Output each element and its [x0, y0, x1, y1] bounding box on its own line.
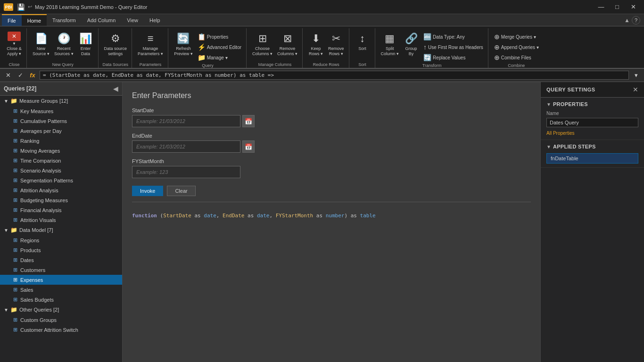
- choose-columns-label: ChooseColumns ▾: [252, 46, 272, 57]
- query-item-time-comparison[interactable]: ⊞Time Comparison: [0, 156, 122, 165]
- query-item-dates[interactable]: ⊞Dates: [0, 255, 122, 265]
- formula-bar: ✕ ✓ fx ▾: [0, 69, 644, 82]
- averages-per-day-icon: ⊞: [13, 128, 17, 134]
- combine-files-button[interactable]: ⊕ Combine Files: [492, 53, 541, 62]
- sidebar-collapse-button[interactable]: ◀: [113, 85, 118, 92]
- maximize-button[interactable]: □: [610, 2, 624, 12]
- group-measure-groups[interactable]: ▼ 📁 Measure Groups [12]: [0, 96, 122, 106]
- tab-file[interactable]: File: [2, 14, 22, 26]
- formula-reject-button[interactable]: ✕: [3, 70, 13, 81]
- remove-columns-icon: ⊠: [280, 31, 295, 46]
- tab-add-column[interactable]: Add Column: [82, 14, 122, 26]
- title-bar: PBI 💾 ↩ May 2018 Learning Summit Demo - …: [0, 0, 644, 14]
- append-queries-button[interactable]: ⊕ Append Queries ▾: [492, 42, 541, 52]
- query-item-customer-attrition-switch[interactable]: ⊞Customer Attrition Switch: [0, 325, 122, 335]
- title-close-button[interactable]: ✕: [626, 2, 640, 12]
- refresh-preview-button[interactable]: 🔄 RefreshPreview ▾: [172, 30, 195, 58]
- formula-input[interactable]: [40, 71, 629, 80]
- tab-home[interactable]: Home: [22, 14, 47, 26]
- title-bar-controls: — □ ✕: [594, 2, 640, 12]
- query-item-budgeting-measures[interactable]: ⊞Budgeting Measures: [0, 195, 122, 205]
- query-item-attrition-analysis[interactable]: ⊞Attrition Analysis: [0, 185, 122, 195]
- enter-data-button[interactable]: 📊 EnterData: [76, 30, 95, 58]
- data-model-folder-icon: 📁: [10, 227, 17, 233]
- enddate-input-row: 📅: [132, 140, 531, 153]
- remove-columns-button[interactable]: ⊠ RemoveColumns ▾: [275, 30, 299, 58]
- sort-button[interactable]: ↕ Sort: [353, 30, 372, 52]
- invoke-button[interactable]: Invoke: [132, 186, 163, 196]
- recent-sources-button[interactable]: 🕐 RecentSources ▾: [52, 30, 75, 58]
- query-item-expenses[interactable]: ⊞Expenses: [0, 275, 122, 285]
- manage-query-button[interactable]: 📁 Manage ▾: [196, 53, 243, 62]
- close-apply-button[interactable]: ✕ ▼ Close &Apply ▾: [5, 30, 24, 58]
- query-item-key-measures[interactable]: ⊞Key Measures: [0, 106, 122, 116]
- tab-transform[interactable]: Transform: [47, 14, 82, 26]
- formula-fx-button[interactable]: fx: [27, 70, 38, 81]
- query-item-financial-analysis[interactable]: ⊞Financial Analysis: [0, 205, 122, 215]
- query-settings-close-button[interactable]: ✕: [633, 86, 638, 93]
- ribbon-tabs: File Home Transform Add Column View Help…: [0, 14, 644, 26]
- enddate-calendar-button[interactable]: 📅: [242, 140, 255, 153]
- tab-view[interactable]: View: [121, 14, 144, 26]
- startdate-calendar-button[interactable]: 📅: [242, 115, 255, 127]
- applied-steps-section-header: ▼ APPLIED STEPS: [546, 144, 638, 149]
- choose-columns-icon: ⊞: [255, 31, 270, 46]
- attrition-visuals-icon: ⊞: [13, 217, 17, 223]
- manage-parameters-label: ManageParameters ▾: [138, 46, 163, 57]
- clear-button[interactable]: Clear: [167, 186, 195, 196]
- segmentation-patterns-icon: ⊞: [13, 177, 17, 183]
- properties-label: Properties: [207, 34, 229, 40]
- merge-queries-button[interactable]: ⊕ Merge Queries ▾: [492, 32, 541, 41]
- content-area: Enter Parameters StartDate 📅 EndDate 📅: [123, 82, 540, 362]
- applied-steps-arrow: ▼: [546, 144, 551, 149]
- fystartmonth-input[interactable]: [132, 166, 240, 178]
- all-properties-link[interactable]: All Properties: [546, 131, 574, 136]
- new-query-buttons: 📄 NewSource ▾ 🕐 RecentSources ▾ 📊 EnterD…: [31, 28, 95, 61]
- use-first-row-button[interactable]: ↑ Use First Row as Headers: [421, 42, 485, 52]
- combine-group-label: Combine: [492, 62, 541, 69]
- advanced-editor-button[interactable]: ⚡ Advanced Editor: [196, 42, 243, 52]
- query-item-moving-averages[interactable]: ⊞Moving Averages: [0, 146, 122, 156]
- startdate-input[interactable]: [132, 115, 240, 127]
- query-item-attrition-visuals[interactable]: ⊞Attrition Visuals: [0, 215, 122, 225]
- param-group-enddate: EndDate 📅: [132, 133, 531, 153]
- new-source-button[interactable]: 📄 NewSource ▾: [31, 30, 51, 58]
- query-item-sales-budgets[interactable]: ⊞Sales Budgets: [0, 295, 122, 304]
- applied-step-fndatetable[interactable]: fnDateTable: [546, 153, 638, 164]
- query-item-ranking[interactable]: ⊞Ranking: [0, 136, 122, 146]
- close-apply-label: Close &Apply ▾: [7, 46, 22, 57]
- query-item-sales[interactable]: ⊞Sales: [0, 285, 122, 295]
- ribbon-group-sort: ↕ Sort Sort: [350, 28, 375, 68]
- keep-rows-button[interactable]: ⬇ KeepRows ▾: [306, 30, 325, 58]
- name-label: Name: [546, 111, 638, 116]
- minimize-button[interactable]: —: [594, 2, 608, 12]
- query-name-input[interactable]: [546, 118, 638, 127]
- help-icon[interactable]: ?: [632, 16, 640, 25]
- properties-button[interactable]: 📋 Properties: [196, 32, 243, 41]
- formula-accept-button[interactable]: ✓: [15, 70, 25, 81]
- function-preview: function (StartDate as date, EndDate as …: [132, 208, 531, 224]
- query-item-segmentation-patterns[interactable]: ⊞Segmentation Patterns: [0, 175, 122, 185]
- choose-columns-button[interactable]: ⊞ ChooseColumns ▾: [250, 30, 274, 58]
- enddate-input[interactable]: [132, 140, 240, 153]
- query-item-scenario-analysis[interactable]: ⊞Scenario Analysis: [0, 165, 122, 175]
- group-data-model[interactable]: ▼ 📁 Data Model [7]: [0, 225, 122, 235]
- query-item-regions[interactable]: ⊞Regions: [0, 235, 122, 245]
- query-item-customers[interactable]: ⊞Customers: [0, 265, 122, 275]
- query-item-cumulative-patterns[interactable]: ⊞Cumulative Patterns: [0, 116, 122, 126]
- ribbon-collapse-icon[interactable]: ▲: [624, 17, 630, 24]
- manage-parameters-button[interactable]: ≡ ManageParameters ▾: [136, 30, 165, 58]
- group-by-button[interactable]: 🔗 GroupBy: [402, 30, 421, 58]
- remove-rows-button[interactable]: ✂ RemoveRows ▾: [326, 30, 346, 58]
- replace-values-button[interactable]: 🔄 Replace Values: [421, 53, 485, 62]
- sort-icon: ↕: [355, 31, 370, 46]
- data-type-button[interactable]: 🔤 Data Type: Any: [421, 32, 485, 41]
- query-item-custom-groups[interactable]: ⊞Custom Groups: [0, 315, 122, 325]
- split-column-button[interactable]: ▦ SplitColumn ▾: [379, 30, 401, 58]
- tab-help[interactable]: Help: [144, 14, 166, 26]
- query-item-averages-per-day[interactable]: ⊞Averages per Day: [0, 126, 122, 136]
- formula-expand-button[interactable]: ▾: [631, 70, 641, 81]
- query-item-products[interactable]: ⊞Products: [0, 245, 122, 255]
- group-other-queries[interactable]: ▼ 📁 Other Queries [2]: [0, 304, 122, 315]
- data-source-settings-button[interactable]: ⚙ Data sourcesettings: [102, 30, 129, 58]
